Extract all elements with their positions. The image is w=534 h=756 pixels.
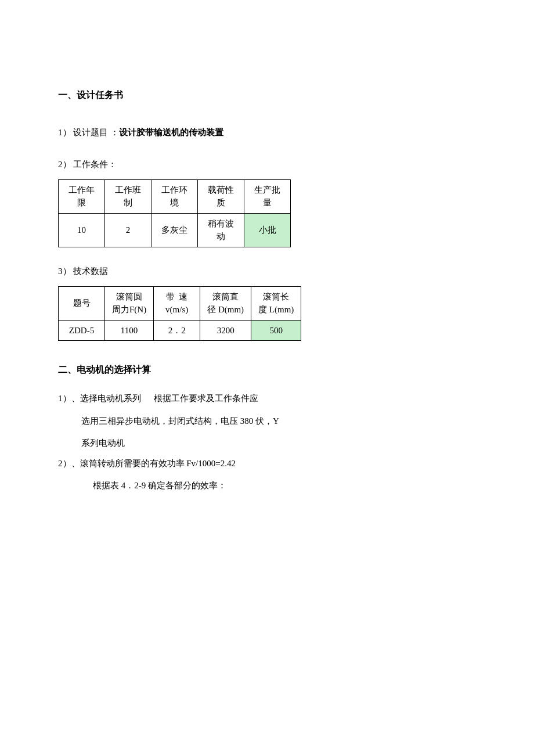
table-cell: 工作班制 <box>105 179 151 213</box>
sub3-heading: 3） 技术数据 <box>58 264 488 279</box>
table-cell: 生产批量 <box>244 179 291 213</box>
section2-para2-cont: 根据表 4．2-9 确定各部分的效率： <box>93 477 488 494</box>
table-cell: 滚筒直径 D(mm) <box>200 286 251 320</box>
working-conditions-table: 工作年限 工作班制 工作环境 载荷性质 生产批量 10 2 多灰尘 稍有波动 小… <box>58 179 291 247</box>
table-cell: 2．2 <box>154 320 200 341</box>
table-cell: 3200 <box>200 320 251 341</box>
sub2-heading: 2） 工作条件： <box>58 157 488 172</box>
table-cell: ZDD-5 <box>59 320 105 341</box>
section2-para1-end: 系列电动机 <box>81 435 488 452</box>
table-row: 题号 滚筒圆周力F(N) 带 速v(m/s) 滚筒直径 D(mm) 滚筒长度 L… <box>59 286 301 320</box>
table-row: 工作年限 工作班制 工作环境 载荷性质 生产批量 <box>59 179 291 213</box>
section2-title: 二、电动机的选择计算 <box>58 362 488 379</box>
para1-label: 1）、选择电动机系列 <box>58 394 141 403</box>
table-cell: 工作年限 <box>59 179 105 213</box>
section2-para1: 1）、选择电动机系列 根据工作要求及工作条件应 <box>58 390 488 407</box>
section2-para1-cont: 选用三相异步电动机，封闭式结构，电压 380 伏，Y <box>81 413 488 430</box>
table-cell: 稍有波动 <box>198 213 244 247</box>
table-row: 10 2 多灰尘 稍有波动 小批 <box>59 213 291 247</box>
table-cell: 小批 <box>244 213 291 247</box>
table-cell: 带 速v(m/s) <box>154 286 200 320</box>
table-cell: 多灰尘 <box>151 213 198 247</box>
table-cell: 滚筒长度 L(mm) <box>251 286 301 320</box>
table-cell: 滚筒圆周力F(N) <box>105 286 154 320</box>
table-row: ZDD-5 1100 2．2 3200 500 <box>59 320 301 341</box>
table-cell: 2 <box>105 213 151 247</box>
table-cell: 工作环境 <box>151 179 198 213</box>
table-cell: 载荷性质 <box>198 179 244 213</box>
table-cell: 500 <box>251 320 301 341</box>
table-cell: 1100 <box>105 320 154 341</box>
section2-para2: 2）、滚筒转动所需要的有效功率 Fv/1000=2.42 <box>58 455 488 472</box>
para1-spacer <box>143 394 151 403</box>
para1-text: 根据工作要求及工作条件应 <box>154 394 258 403</box>
sub1-value: 设计胶带输送机的传动装置 <box>119 128 223 137</box>
sub1-label: 1） 设计题目 ： <box>58 128 119 137</box>
header-space <box>58 35 488 70</box>
table-cell: 题号 <box>59 286 105 320</box>
section1-title: 一、设计任务书 <box>58 87 488 104</box>
technical-data-table: 题号 滚筒圆周力F(N) 带 速v(m/s) 滚筒直径 D(mm) 滚筒长度 L… <box>58 286 301 341</box>
table-cell: 10 <box>59 213 105 247</box>
sub1-heading: 1） 设计题目 ：设计胶带输送机的传动装置 <box>58 125 488 141</box>
